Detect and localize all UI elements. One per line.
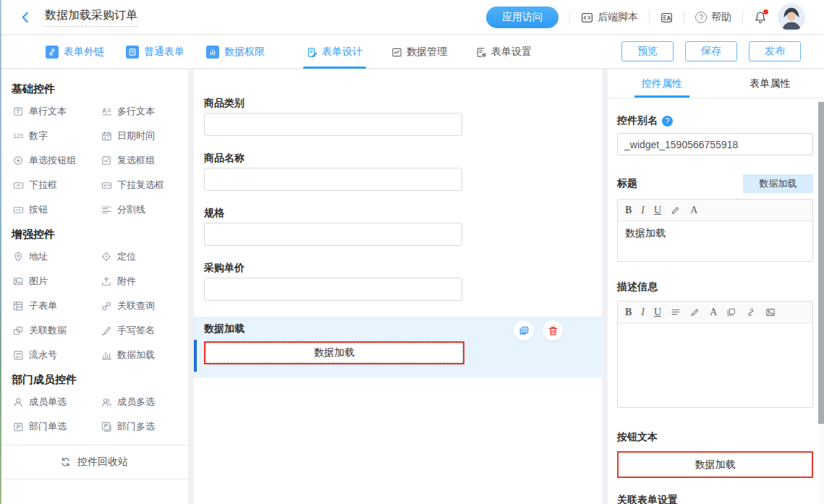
form-link-actions: 表单外链 普通表单 数据权限 [46,35,265,69]
font-color-button[interactable]: A [690,205,697,216]
sidebar-item-data-load[interactable]: 数据加载 [101,349,188,362]
signature-pen-icon [101,325,112,336]
calendar-icon [101,131,112,142]
app-access-button[interactable]: 应用访问 [486,7,558,28]
notifications-button[interactable] [754,11,767,24]
active-tab-underline [634,95,689,98]
tab-form-design[interactable]: 表单设计 [307,35,362,69]
divider [569,11,570,24]
sidebar-item-checkbox-group[interactable]: 复选框组 [101,154,188,167]
translate-button[interactable] [661,12,673,24]
underline-button[interactable]: U [654,205,661,216]
user-avatar[interactable] [778,4,805,31]
title-editor: B I U A 数据加载 [617,199,813,262]
back-button[interactable] [19,11,32,24]
bold-button[interactable]: B [625,205,632,216]
panel-body: 控件别名 ? 标题 数据加载 B I U A 数据加载 [608,114,824,504]
sidebar-item-image[interactable]: 图片 [13,275,101,288]
sidebar-item-dept-multi[interactable]: 部门多选 [101,420,188,433]
copy-icon[interactable] [726,307,736,317]
sidebar-item-select[interactable]: 下拉框 [13,179,101,192]
preview-button[interactable]: 预览 [621,41,674,61]
field-label: 采购单价 [204,262,592,273]
item-label: 部门单选 [29,420,67,433]
font-color-button[interactable]: A [710,307,717,318]
copy-widget-button[interactable] [514,320,534,341]
help-button[interactable]: ? 帮助 [695,11,731,24]
link-icon[interactable] [746,307,756,317]
sidebar-item-relation-query[interactable]: 关联查询 [101,299,188,312]
title-editor-content[interactable]: 数据加载 [618,221,812,261]
italic-button[interactable]: I [641,307,645,318]
sidebar-item-relation-data[interactable]: 关联数据 [13,324,101,337]
align-icon[interactable] [671,307,681,317]
field-type-chip[interactable]: 数据加载 [743,174,813,193]
sidebar-item-single-text[interactable]: 单行文本 [13,105,101,118]
button-text-input[interactable]: 数据加载 [617,451,813,478]
upload-icon [101,276,112,287]
form-field[interactable]: 规格 [204,207,592,246]
backend-script-button[interactable]: 后端脚本 [581,11,638,24]
pen-icon[interactable] [690,307,700,317]
normal-form-tab[interactable]: 普通表单 [126,46,184,59]
tab-form-properties[interactable]: 表单属性 [716,69,824,98]
sidebar-item-divider[interactable]: 分割线 [101,203,188,216]
field-input[interactable] [204,113,462,136]
sidebar-item-button[interactable]: 按钮 [13,203,101,216]
alias-help-icon[interactable]: ? [662,116,673,127]
related-form-label: 关联表单设置 [617,494,813,504]
translate-icon [661,12,673,24]
pen-icon[interactable] [671,205,681,215]
form-field[interactable]: 采购单价 [204,262,592,301]
item-label: 按钮 [29,203,48,216]
sidebar-item-member-single[interactable]: 成员单选 [13,396,101,409]
sidebar-item-serial-number[interactable]: 流水号 [13,349,101,362]
field-input[interactable] [204,223,462,246]
form-canvas[interactable]: 商品类别 商品名称 规格 采购单价 数据加载 数据加载 [194,69,602,504]
sidebar-item-address[interactable]: 地址 [13,250,101,263]
field-input[interactable] [204,278,462,301]
italic-button[interactable]: I [641,205,645,216]
form-designer-app: 数据加载采购订单 应用访问 后端脚本 ? 帮助 [0,0,824,504]
bold-button[interactable]: B [625,307,632,318]
form-field[interactable]: 商品类别 [204,97,592,136]
help-label: 帮助 [711,11,731,24]
sidebar-item-signature[interactable]: 手写签名 [101,324,188,337]
field-input[interactable] [204,168,462,191]
external-link-tab[interactable]: 表单外链 [46,46,104,59]
sidebar-item-radio-group[interactable]: 单选按钮组 [13,154,101,167]
button-text-label: 按钮文本 [617,431,813,444]
item-label: 地址 [29,250,48,263]
sidebar-item-number[interactable]: 123数字 [13,129,101,142]
sidebar-item-dept-single[interactable]: 部门单选 [13,420,101,433]
widget-recycle-bin[interactable]: 控件回收站 [0,445,188,479]
underline-button[interactable]: U [654,307,661,318]
delete-widget-button[interactable] [543,320,563,341]
field-label: 商品类别 [204,97,592,108]
sidebar-item-attachment[interactable]: 附件 [101,275,188,288]
panel-scrollbar-thumb[interactable] [818,102,824,424]
selected-widget-data-load[interactable]: 数据加载 数据加载 [194,317,602,377]
sidebar-item-multi-select[interactable]: 下拉复选框 [101,179,188,192]
number-icon: 123 [13,132,24,140]
data-permission-tab[interactable]: 数据权限 [206,46,265,59]
form-settings-icon [476,47,487,58]
publish-button[interactable]: 发布 [749,41,801,61]
sidebar-item-datetime[interactable]: 日期时间 [101,129,188,142]
sidebar-item-subform[interactable]: 子表单 [13,299,101,312]
form-field[interactable]: 商品名称 [204,152,592,191]
alias-input[interactable] [617,133,813,155]
sidebar-item-location[interactable]: 定位 [101,250,188,263]
tab-data-manage[interactable]: 数据管理 [391,35,447,69]
save-button[interactable]: 保存 [685,41,737,61]
tab-form-settings[interactable]: 表单设置 [476,35,532,69]
select-icon [13,180,24,191]
sidebar-item-member-multi[interactable]: 成员多选 [101,396,188,409]
tab-widget-properties[interactable]: 控件属性 [608,69,716,98]
title-editor-toolbar: B I U A [618,200,812,221]
description-editor-content[interactable] [618,323,812,407]
data-load-button-widget[interactable]: 数据加载 [204,341,464,364]
image-icon[interactable] [765,307,776,317]
data-load-icon [101,350,112,361]
sidebar-item-multi-text[interactable]: 多行文本 [101,105,188,118]
